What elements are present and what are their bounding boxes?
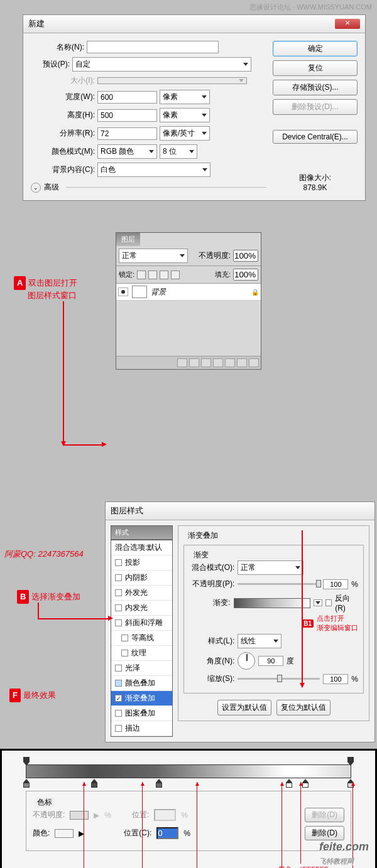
link-icon[interactable]: [177, 358, 187, 367]
color-stop-1[interactable]: [91, 779, 97, 788]
footer-watermark: feite.com 飞特教程网: [319, 840, 369, 867]
gradient-preview[interactable]: [234, 598, 310, 608]
preset-dropdown[interactable]: 自定: [72, 57, 251, 72]
visibility-icon[interactable]: [118, 287, 128, 296]
arrow-a: [63, 301, 64, 446]
imgsize-value: 878.9K: [273, 183, 358, 192]
trash-icon[interactable]: [249, 358, 259, 367]
name-input[interactable]: [87, 41, 219, 53]
gradient-bar[interactable]: [26, 764, 351, 778]
ls-item-bevel[interactable]: 斜面和浮雕: [111, 616, 172, 631]
op-label: 不透明度(P):: [189, 579, 234, 589]
delete-opacity-button: 删除(D): [305, 808, 344, 822]
color-stop-3[interactable]: [286, 779, 292, 788]
color-stops-fieldset: 色标 不透明度: ▶ % 位置: % 删除(D) 颜色: ▶ 位置(C): % …: [26, 791, 351, 851]
layers-footer: [116, 356, 261, 369]
cs-color-label: 颜色:: [33, 828, 50, 839]
ga-line-3: [281, 782, 282, 868]
new-layer-icon[interactable]: [237, 358, 247, 367]
watermark-top: 思缘设计论坛 · WWW.MISSYUAN.COM: [0, 0, 377, 14]
ls-item-texture[interactable]: 纹理: [111, 646, 172, 661]
opacity-label: 不透明度:: [199, 250, 231, 261]
angle-value[interactable]: [258, 656, 283, 666]
cs-opacity-label: 不透明度:: [33, 810, 65, 820]
ls-item-outerglow[interactable]: 外发光: [111, 586, 172, 601]
fill-input[interactable]: [233, 269, 258, 281]
blend-mode-dropdown[interactable]: 正常: [119, 249, 188, 263]
depth-dropdown[interactable]: 8 位: [160, 144, 197, 159]
layer-row-bg[interactable]: 背景 🔒: [116, 284, 261, 301]
mode-dropdown[interactable]: RGB 颜色: [97, 144, 157, 159]
scale-slider[interactable]: [238, 678, 320, 680]
ls-item-satin[interactable]: 光泽: [111, 661, 172, 676]
ls-item-blend[interactable]: 混合选项:默认: [111, 540, 172, 555]
reset-button[interactable]: 复位: [273, 60, 358, 76]
blend-dropdown[interactable]: 正常: [238, 560, 303, 575]
ls-item-stroke[interactable]: 描边: [111, 721, 172, 736]
opacity-stop-right[interactable]: [347, 757, 354, 766]
preset-label: 预设(P):: [31, 59, 70, 70]
ls-item-innerglow[interactable]: 内发光: [111, 601, 172, 616]
style-label: 样式(L):: [189, 636, 234, 646]
height-unit-dropdown[interactable]: 像素: [160, 108, 210, 122]
delete-preset-button: 删除预设(D)...: [273, 99, 358, 115]
save-preset-button[interactable]: 存储预设(S)...: [273, 80, 358, 95]
styles-header: 样式: [111, 525, 173, 540]
gradient-picker-button[interactable]: [314, 599, 322, 606]
color-stop-4[interactable]: [302, 779, 309, 788]
annotation-a: A 双击图层打开 图层样式窗口: [14, 276, 77, 301]
opacity-value[interactable]: [323, 579, 348, 589]
size-label: 大小(I):: [31, 75, 95, 86]
lock-transparent-icon[interactable]: [137, 271, 146, 279]
lock-all-icon[interactable]: [171, 271, 180, 279]
layers-panel: 图层 正常 不透明度: 锁定: 填充: 背景 🔒: [116, 232, 261, 370]
blend-label: 混合模式(O):: [189, 562, 234, 573]
arrow-b1: [302, 530, 303, 687]
opacity-stop-left[interactable]: [23, 757, 30, 766]
ls-item-patternoverlay[interactable]: 图案叠加: [111, 706, 172, 721]
layers-tab[interactable]: 图层: [116, 233, 140, 246]
style-dropdown[interactable]: 线性: [238, 634, 281, 648]
delete-color-button[interactable]: 删除(D): [305, 826, 344, 840]
imgsize-label: 图像大小:: [273, 173, 358, 183]
set-default-button[interactable]: 设置为默认值: [217, 700, 271, 715]
adjustment-icon[interactable]: [213, 358, 223, 367]
folder-icon[interactable]: [225, 358, 235, 367]
fx-icon[interactable]: [189, 358, 199, 367]
device-central-button[interactable]: Device Central(E)...: [273, 130, 358, 144]
ls-title: 图层样式: [111, 505, 143, 517]
height-label: 高度(H):: [31, 110, 95, 121]
dialog-title: 新建: [28, 18, 45, 29]
color-stop-0[interactable]: [23, 779, 30, 788]
res-unit-dropdown[interactable]: 像素/英寸: [160, 126, 210, 141]
scale-value[interactable]: [323, 674, 348, 684]
reverse-checkbox[interactable]: [325, 599, 332, 606]
ls-item-contour[interactable]: 等高线: [111, 631, 172, 646]
height-input[interactable]: [97, 109, 157, 122]
mask-icon[interactable]: [201, 358, 211, 367]
ls-item-coloroverlay[interactable]: 颜色叠加: [111, 676, 172, 691]
arrow-a-head: [102, 442, 107, 447]
res-input[interactable]: [97, 127, 157, 140]
stops-title: 色标: [35, 797, 55, 808]
opacity-input[interactable]: [233, 250, 258, 262]
color-stop-2[interactable]: [156, 779, 162, 788]
opacity-slider[interactable]: [238, 583, 320, 585]
cs-color-swatch[interactable]: [55, 829, 74, 838]
ok-button[interactable]: 确定: [273, 41, 358, 56]
width-input[interactable]: [97, 91, 157, 104]
annotation-b1: 点击打开渐变编辑窗口: [317, 614, 358, 633]
ls-item-innershadow[interactable]: 内阴影: [111, 571, 172, 586]
close-icon[interactable]: ✕: [335, 19, 360, 29]
angle-dial[interactable]: [238, 652, 255, 670]
expand-icon[interactable]: ⌄: [31, 183, 41, 193]
lock-pixels-icon[interactable]: [148, 271, 157, 279]
reset-default-button[interactable]: 复位为默认值: [276, 700, 331, 715]
ls-item-gradientoverlay[interactable]: 渐变叠加: [111, 691, 172, 706]
lock-move-icon[interactable]: [160, 271, 168, 279]
bg-dropdown[interactable]: 白色: [97, 163, 210, 177]
ls-item-dropshadow[interactable]: 投影: [111, 555, 172, 571]
cs-pos-input2[interactable]: [156, 827, 178, 839]
advanced-label: 高级: [44, 182, 59, 193]
width-unit-dropdown[interactable]: 像素: [160, 90, 210, 104]
